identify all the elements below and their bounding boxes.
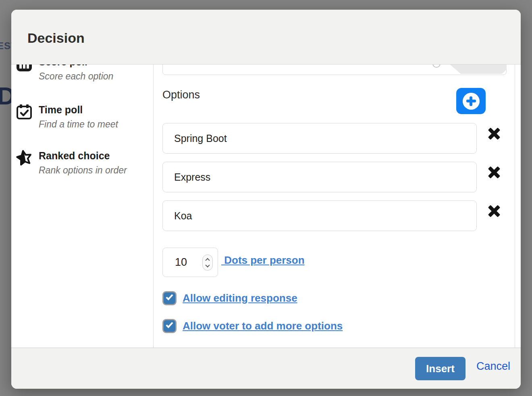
option-input-3[interactable] — [162, 200, 477, 231]
plus-icon — [463, 93, 480, 110]
sidebar-item-text: Score poll Score each option — [39, 65, 113, 82]
sidebar-item-description: Rank options in order — [39, 164, 127, 176]
sidebar-item-label: Time poll — [39, 104, 118, 116]
remove-option-3-button[interactable] — [485, 202, 503, 220]
allow-add-options-checkbox[interactable] — [162, 319, 177, 333]
sidebar-item-ranked-choice[interactable]: Ranked choice Rank options in order — [16, 150, 149, 176]
ranked-choice-icon — [16, 150, 32, 166]
sidebar-item-label: Ranked choice — [39, 150, 127, 162]
modal-title: Decision — [27, 30, 521, 46]
check-icon — [166, 321, 173, 328]
insert-button[interactable]: Insert — [415, 357, 466, 380]
page: { "background": { "clipped_text_upper": … — [0, 0, 532, 396]
sidebar-item-time-poll[interactable]: Time poll Find a time to meet — [16, 104, 149, 130]
score-poll-icon — [16, 65, 32, 72]
poll-type-sidebar: Score poll Score each option Time poll F… — [11, 65, 153, 348]
remove-option-1-button[interactable] — [485, 124, 503, 143]
modal-body: Score poll Score each option Time poll F… — [11, 65, 521, 348]
poll-settings-panel: Options — [153, 65, 515, 348]
dots-per-person-label[interactable]: Dots per person — [221, 253, 305, 267]
number-stepper[interactable] — [202, 254, 213, 271]
sidebar-item-description: Find a time to meet — [39, 118, 118, 130]
sidebar-item-score-poll[interactable]: Score poll Score each option — [16, 65, 149, 82]
options-section-label: Options — [162, 89, 200, 101]
time-poll-icon — [16, 104, 32, 120]
add-option-button[interactable] — [456, 88, 486, 114]
sidebar-item-text: Time poll Find a time to meet — [39, 104, 118, 130]
option-input-1[interactable] — [162, 123, 477, 154]
chevron-down-icon — [205, 263, 210, 267]
allow-editing-label[interactable]: Allow editing response — [183, 291, 297, 305]
allow-add-options-label[interactable]: Allow voter to add more options — [183, 319, 343, 333]
remove-option-2-button[interactable] — [485, 163, 503, 181]
sidebar-item-label: Score poll — [39, 65, 113, 68]
check-icon — [166, 293, 173, 300]
option-input-2[interactable] — [162, 162, 477, 192]
sidebar-item-description: Score each option — [39, 70, 113, 82]
decision-modal: Decision Score poll Score each option — [11, 10, 521, 389]
cancel-button[interactable]: Cancel — [476, 360, 510, 373]
dots-per-person-field — [162, 248, 218, 277]
allow-editing-checkbox[interactable] — [162, 291, 177, 305]
chevron-up-icon — [205, 258, 210, 262]
dots-per-person-input[interactable] — [163, 248, 195, 277]
modal-header: Decision — [11, 10, 521, 65]
sidebar-item-text: Ranked choice Rank options in order — [39, 150, 127, 176]
modal-footer: Insert Cancel — [11, 348, 521, 389]
